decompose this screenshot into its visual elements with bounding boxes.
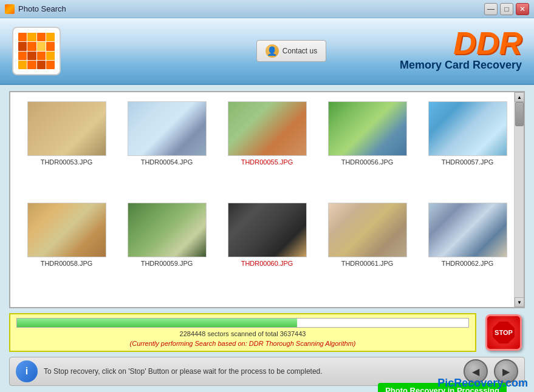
app-icon — [5, 4, 15, 14]
photo-filename: THDR00057.JPG — [442, 158, 494, 166]
photo-filename: THDR00053.JPG — [41, 158, 93, 166]
recovery-text: Recovery — [454, 377, 502, 389]
contact-label: Contact us — [282, 47, 317, 55]
photo-thumbnail — [428, 203, 507, 257]
title-bar: Photo Search — □ ✕ — [0, 0, 534, 18]
stop-button[interactable]: STOP — [485, 314, 522, 351]
scroll-down-button[interactable]: ▼ — [515, 297, 524, 307]
scroll-track — [515, 102, 524, 297]
photo-thumbnail — [128, 203, 207, 257]
photo-filename: THDR00054.JPG — [141, 158, 193, 166]
progress-fill — [17, 319, 297, 327]
footer-text: PicRecovery.com — [437, 377, 528, 389]
contact-button[interactable]: 👤 Contact us — [256, 40, 326, 62]
progress-algo-text: (Currently performing Search based on: D… — [16, 340, 469, 347]
list-item[interactable]: THDR00060.JPG — [220, 203, 314, 298]
list-item[interactable]: THDR00055.JPG — [220, 101, 314, 197]
photo-filename: THDR00056.JPG — [341, 158, 394, 166]
list-item[interactable]: THDR00057.JPG — [420, 101, 515, 197]
scroll-up-button[interactable]: ▲ — [515, 92, 524, 102]
list-item[interactable]: THDR00058.JPG — [19, 203, 114, 298]
main-content: THDR00053.JPGTHDR00054.JPGTHDR00055.JPGT… — [0, 85, 534, 392]
maximize-button[interactable]: □ — [500, 3, 513, 15]
list-item[interactable]: THDR00053.JPG — [19, 101, 114, 197]
header: 👤 Contact us DDR Memory Card Recovery — [0, 18, 534, 85]
progress-bar — [16, 318, 469, 328]
stop-label: STOP — [495, 329, 513, 336]
photo-filename: THDR00058.JPG — [41, 260, 93, 267]
photo-thumbnail — [228, 203, 307, 257]
minimize-button[interactable]: — — [484, 3, 498, 15]
progress-area: 2284448 sectors scanned of total 3637443… — [9, 313, 476, 352]
title-bar-left: Photo Search — [5, 4, 66, 14]
photo-thumbnail — [428, 101, 507, 156]
scrollbar: ▲ ▼ — [514, 92, 524, 307]
brand-subtitle: Memory Card Recovery — [400, 59, 522, 72]
stop-btn-container: STOP — [482, 313, 525, 352]
photo-thumbnail — [228, 101, 307, 156]
header-brand: DDR Memory Card Recovery — [400, 27, 522, 72]
window-title: Photo Search — [18, 4, 66, 13]
info-icon: i — [16, 360, 38, 382]
scroll-thumb[interactable] — [515, 102, 524, 126]
window-controls: — □ ✕ — [484, 3, 529, 15]
photo-thumbnail — [328, 101, 407, 156]
app-logo — [12, 27, 61, 75]
photo-grid-container: THDR00053.JPGTHDR00054.JPGTHDR00055.JPGT… — [9, 91, 525, 308]
photo-thumbnail — [128, 101, 207, 156]
photo-filename: THDR00059.JPG — [141, 260, 193, 267]
status-message: To Stop recovery, click on 'Stop' Button… — [44, 367, 457, 376]
list-item[interactable]: THDR00056.JPG — [320, 101, 414, 197]
progress-sectors-text: 2284448 sectors scanned of total 3637443 — [16, 330, 469, 337]
info-letter: i — [26, 366, 28, 377]
close-button[interactable]: ✕ — [516, 3, 529, 15]
logo-checkerboard — [18, 33, 55, 69]
list-item[interactable]: THDR00061.JPG — [320, 203, 414, 298]
photo-thumbnail — [328, 203, 407, 257]
contact-icon: 👤 — [265, 44, 279, 58]
list-item[interactable]: THDR00062.JPG — [420, 203, 515, 298]
photo-filename: THDR00062.JPG — [442, 260, 494, 267]
list-item[interactable]: THDR00059.JPG — [120, 203, 214, 298]
photo-thumbnail — [27, 101, 106, 156]
photo-grid: THDR00053.JPGTHDR00054.JPGTHDR00055.JPGT… — [10, 92, 524, 307]
photo-thumbnail — [27, 203, 106, 257]
stop-octagon: STOP — [493, 322, 515, 343]
photo-filename: THDR00055.JPG — [241, 158, 293, 166]
footer: PicRecovery.com — [431, 374, 534, 392]
brand-ddr: DDR — [400, 27, 522, 59]
pic-text: Pic — [437, 377, 454, 389]
photo-filename: THDR00061.JPG — [341, 260, 394, 267]
list-item[interactable]: THDR00054.JPG — [120, 101, 214, 197]
photo-filename: THDR00060.JPG — [241, 260, 293, 267]
domain-text: .com — [502, 377, 528, 389]
